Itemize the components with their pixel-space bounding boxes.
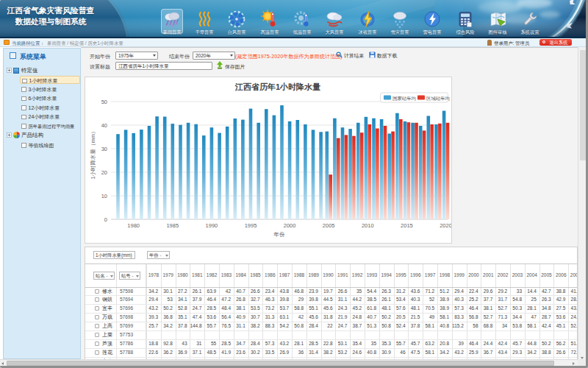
svg-text:1995: 1995 [245,222,257,229]
svg-text:1小时降水量（mm）: 1小时降水量（mm） [90,128,96,179]
svg-text:2015: 2015 [401,222,413,229]
svg-text:2005: 2005 [323,222,335,229]
svg-text:30: 30 [101,146,107,152]
svg-text:1980: 1980 [127,222,140,229]
svg-text:2000: 2000 [284,222,296,229]
svg-text:10: 10 [101,193,107,199]
svg-text:0: 0 [104,216,107,223]
svg-text:40: 40 [101,122,107,129]
svg-text:1990: 1990 [206,222,218,229]
svg-text:江西省历年1小时降水量: 江西省历年1小时降水量 [234,82,320,91]
svg-text:2010: 2010 [362,222,374,229]
svg-text:1985: 1985 [166,222,179,229]
svg-text:区域站年均: 区域站年均 [426,96,450,102]
svg-text:年份: 年份 [273,231,286,238]
svg-text:国家站年均: 国家站年均 [392,96,416,102]
svg-text:50: 50 [101,99,107,105]
svg-text:20: 20 [101,169,107,176]
svg-text:2020: 2020 [440,222,451,229]
